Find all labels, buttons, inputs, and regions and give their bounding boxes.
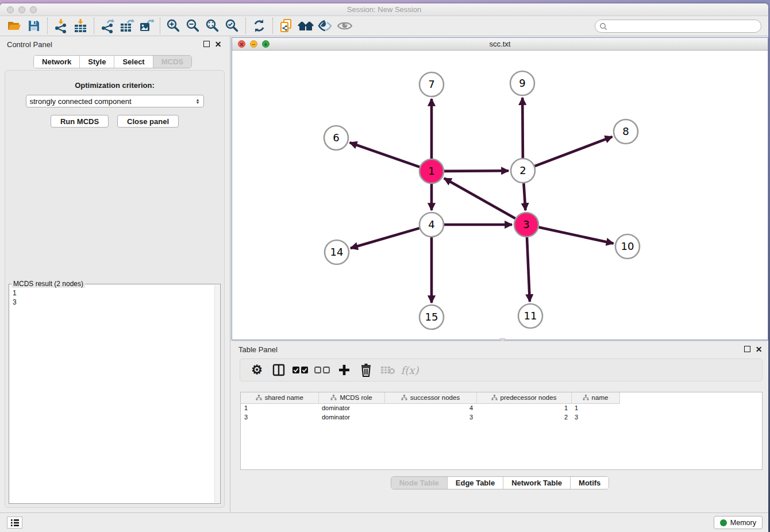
table-header-row[interactable]: shared nameMCDS rolesuccessor nodesprede… <box>241 392 619 403</box>
window-titlebar: Session: New Session <box>0 3 768 16</box>
mcds-result-title: MCDS result (2 nodes) <box>11 280 85 288</box>
close-table-panel-icon[interactable]: ✕ <box>755 346 763 353</box>
table-row[interactable]: 1dominator411 <box>241 403 619 413</box>
tab-style[interactable]: Style <box>80 56 114 68</box>
table-cell[interactable]: 4 <box>384 403 476 413</box>
tab-select[interactable]: Select <box>114 56 153 68</box>
memory-button[interactable]: Memory <box>714 516 763 529</box>
select-spinner-icon: ▲▼ <box>196 98 200 104</box>
export-image-icon[interactable] <box>137 17 156 34</box>
delete-column-icon[interactable] <box>355 361 377 379</box>
show-columns-checked-icon[interactable] <box>290 361 311 379</box>
eye-disabled-icon[interactable] <box>335 17 355 34</box>
status-bar: Memory <box>0 512 768 532</box>
float-panel-icon[interactable] <box>203 41 210 48</box>
run-mcds-button[interactable]: Run MCDS <box>51 115 109 128</box>
node-1[interactable]: 1 <box>419 159 444 183</box>
node-4[interactable]: 4 <box>419 213 444 237</box>
node-10[interactable]: 10 <box>615 234 640 259</box>
import-network-icon[interactable] <box>51 17 71 34</box>
network-graph[interactable]: 1234678910111415 <box>233 51 768 340</box>
node-3[interactable]: 3 <box>514 213 538 237</box>
open-folder-icon[interactable] <box>5 17 24 34</box>
svg-text:4: 4 <box>428 218 434 230</box>
task-history-button[interactable] <box>7 516 22 529</box>
control-panel-header: Control Panel ✕ <box>0 36 230 52</box>
app-window: Session: New Session <box>0 3 768 532</box>
zoom-out-icon[interactable] <box>183 17 203 34</box>
tab-edge-table[interactable]: Edge Table <box>448 477 503 489</box>
mcds-result-text[interactable]: 1 3 <box>13 288 214 502</box>
close-panel-button[interactable]: Close panel <box>117 115 179 128</box>
search-input[interactable] <box>610 21 761 32</box>
hide-columns-unchecked-icon[interactable] <box>311 361 333 379</box>
save-disk-icon[interactable] <box>24 17 44 34</box>
zoom-in-icon[interactable] <box>164 17 183 34</box>
node-11[interactable]: 11 <box>518 304 542 328</box>
home-networks-icon[interactable] <box>296 17 315 34</box>
mcds-result-scrollbar[interactable] <box>214 285 220 503</box>
criterion-value: strongly connected component <box>30 97 132 106</box>
hierarchy-icon <box>330 395 337 400</box>
gear-icon[interactable]: ⚙ <box>246 361 268 379</box>
float-table-panel-icon[interactable] <box>744 346 751 353</box>
tab-motifs[interactable]: Motifs <box>571 477 609 489</box>
edge-2-8 <box>535 137 613 166</box>
export-table-icon[interactable] <box>117 17 137 34</box>
optimization-criterion-label: Optimization criterion: <box>5 81 224 90</box>
svg-text:2: 2 <box>519 164 526 176</box>
network-window-titlebar[interactable]: ✕ − + scc.txt <box>232 38 768 51</box>
control-panel: Control Panel ✕ NetworkStyleSelectMCDS O… <box>0 36 230 512</box>
add-column-icon[interactable] <box>333 361 355 379</box>
table-cell[interactable]: 1 <box>241 403 318 413</box>
list-icon <box>10 519 20 527</box>
criterion-select[interactable]: strongly connected component ▲▼ <box>26 95 204 107</box>
import-table-icon[interactable] <box>71 17 90 34</box>
node-14[interactable]: 14 <box>325 240 349 264</box>
node-table[interactable]: shared nameMCDS rolesuccessor nodesprede… <box>240 392 763 470</box>
export-network-icon[interactable] <box>98 17 117 34</box>
tab-network-table[interactable]: Network Table <box>503 477 571 489</box>
node-6[interactable]: 6 <box>324 126 348 150</box>
tab-network[interactable]: Network <box>34 56 80 68</box>
tab-node-table[interactable]: Node Table <box>391 477 448 489</box>
split-columns-icon[interactable] <box>268 361 290 379</box>
table-cell[interactable]: 3 <box>571 413 619 422</box>
column-header[interactable]: MCDS role <box>318 392 384 403</box>
table-row[interactable]: 3dominator323 <box>241 413 619 422</box>
table-cell[interactable]: dominator <box>318 403 384 413</box>
node-2[interactable]: 2 <box>511 159 535 183</box>
style-eye-icon[interactable] <box>315 17 335 34</box>
table-cell[interactable]: 2 <box>476 413 571 422</box>
network-window-title: scc.txt <box>232 40 768 48</box>
svg-text:1: 1 <box>428 165 434 177</box>
node-7[interactable]: 7 <box>419 72 444 97</box>
table-cell[interactable]: 1 <box>571 403 619 413</box>
zoom-fit-icon[interactable] <box>203 17 222 34</box>
mcds-result-box: MCDS result (2 nodes) 1 3 <box>9 284 221 504</box>
network-window: ✕ − + scc.txt 1234678910111415 <box>232 37 768 340</box>
table-cell[interactable]: 3 <box>241 413 318 422</box>
duplicate-network-icon[interactable] <box>276 17 296 34</box>
column-header[interactable]: name <box>571 392 619 403</box>
node-15[interactable]: 15 <box>419 305 444 329</box>
table-cell[interactable]: 1 <box>476 403 571 413</box>
node-8[interactable]: 8 <box>614 119 638 144</box>
search-box[interactable] <box>595 20 761 33</box>
toolbar-separator <box>94 18 94 34</box>
table-cell[interactable]: dominator <box>318 413 384 422</box>
svg-text:8: 8 <box>622 125 629 137</box>
node-9[interactable]: 9 <box>510 71 534 95</box>
desktop: Session: New Session <box>0 0 770 532</box>
svg-text:9: 9 <box>519 77 525 89</box>
network-canvas[interactable]: 1234678910111415 <box>233 51 767 339</box>
zoom-selected-icon[interactable] <box>222 17 242 34</box>
refresh-layout-icon[interactable] <box>249 17 269 34</box>
tab-mcds[interactable]: MCDS <box>153 56 191 68</box>
column-header[interactable]: successor nodes <box>384 392 476 403</box>
column-header[interactable]: predecessor nodes <box>476 392 571 403</box>
close-panel-icon[interactable]: ✕ <box>214 41 222 48</box>
column-header[interactable]: shared name <box>241 392 318 403</box>
edge-1-2 <box>444 171 509 171</box>
table-cell[interactable]: 3 <box>384 413 476 422</box>
